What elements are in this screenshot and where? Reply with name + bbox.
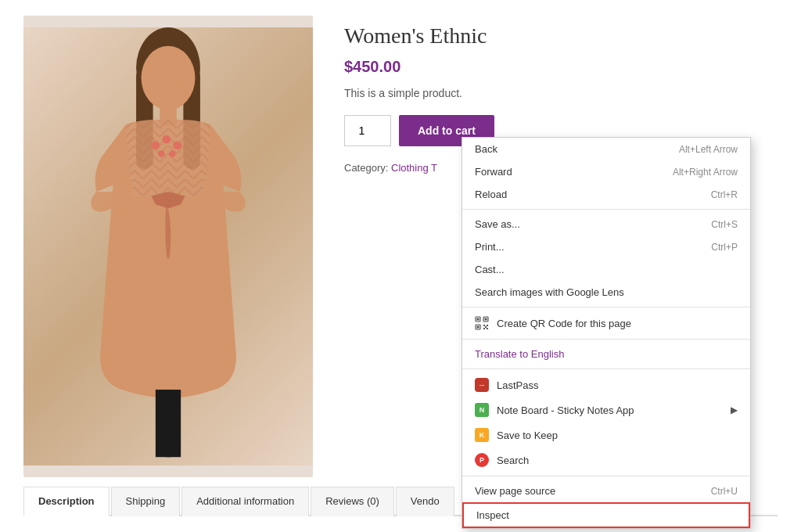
tab-shipping[interactable]: Shipping (111, 487, 181, 516)
ctx-inspect-label: Inspect (476, 509, 509, 521)
keep-icon: K (475, 428, 489, 442)
ctx-lastpass[interactable]: ··· LastPass (462, 372, 750, 397)
ctx-search-images-label: Search images with Google Lens (475, 286, 624, 298)
product-description: This is a simple product. (344, 87, 778, 99)
ctx-print[interactable]: Print... Ctrl+P (462, 235, 750, 258)
quantity-input[interactable] (344, 115, 391, 146)
ctx-divider-4 (462, 368, 750, 369)
ctx-reload-shortcut: Ctrl+R (711, 189, 738, 200)
svg-point-6 (162, 135, 171, 144)
product-title: Women's Ethnic (344, 23, 778, 49)
ctx-forward-label: Forward (475, 166, 512, 178)
svg-point-9 (169, 150, 176, 157)
category-link[interactable]: Clothing T (391, 162, 437, 174)
pinterest-icon: P (475, 453, 489, 467)
tab-vendor[interactable]: Vendo (396, 487, 454, 516)
ctx-save-as[interactable]: Save as... Ctrl+S (462, 213, 750, 235)
ctx-search-label: Search (497, 455, 529, 466)
ctx-divider-3 (462, 339, 750, 340)
svg-rect-18 (483, 325, 485, 326)
tab-description[interactable]: Description (23, 487, 110, 516)
ctx-note-board-label: Note Board - Sticky Notes App (497, 404, 634, 416)
product-image-wrapper (23, 16, 313, 477)
product-image (23, 27, 313, 466)
ctx-back[interactable]: Back Alt+Left Arrow (462, 138, 750, 160)
ctx-save-keep-label: Save to Keep (497, 430, 558, 441)
ctx-view-source[interactable]: View page source Ctrl+U (462, 480, 750, 502)
ctx-save-as-label: Save as... (475, 218, 520, 230)
ctx-save-keep[interactable]: K Save to Keep (462, 422, 750, 448)
svg-rect-15 (485, 318, 487, 321)
svg-rect-11 (166, 390, 181, 457)
ctx-translate-label: Translate to English (475, 348, 564, 360)
ctx-view-source-shortcut: Ctrl+U (711, 486, 738, 497)
context-menu: Back Alt+Left Arrow Forward Alt+Right Ar… (462, 137, 751, 529)
ctx-reload[interactable]: Reload Ctrl+R (462, 183, 750, 206)
ctx-cast-label: Cast... (475, 264, 505, 275)
tab-additional-information[interactable]: Additional information (181, 487, 309, 516)
category-label: Category: (344, 162, 388, 174)
product-price: $450.00 (344, 58, 778, 76)
ctx-save-as-shortcut: Ctrl+S (711, 219, 738, 230)
ctx-print-label: Print... (475, 241, 505, 253)
svg-point-7 (173, 141, 181, 149)
ctx-cast[interactable]: Cast... (462, 258, 750, 281)
ctx-lastpass-label: LastPass (497, 379, 538, 391)
ctx-divider-1 (462, 209, 750, 210)
qr-code-icon (475, 316, 489, 330)
ctx-reload-label: Reload (475, 189, 507, 200)
ctx-forward[interactable]: Forward Alt+Right Arrow (462, 160, 750, 183)
ctx-search[interactable]: P Search (462, 448, 750, 473)
svg-rect-17 (477, 326, 480, 329)
svg-point-3 (142, 46, 196, 110)
ctx-divider-5 (462, 476, 750, 476)
svg-rect-19 (487, 325, 488, 326)
ctx-divider-2 (462, 307, 750, 307)
ctx-create-qr[interactable]: Create QR Code for this page (462, 311, 750, 336)
ctx-view-source-label: View page source (475, 485, 555, 497)
ctx-back-shortcut: Alt+Left Arrow (679, 144, 738, 155)
noteboard-icon: N (475, 403, 489, 417)
svg-rect-21 (487, 328, 488, 329)
ctx-create-qr-label: Create QR Code for this page (497, 318, 631, 329)
dress-illustration (23, 27, 313, 466)
lastpass-icon: ··· (475, 378, 489, 392)
ctx-note-board[interactable]: N Note Board - Sticky Notes App ▶ (462, 397, 750, 422)
ctx-search-images[interactable]: Search images with Google Lens (462, 281, 750, 304)
ctx-back-label: Back (475, 143, 497, 155)
ctx-print-shortcut: Ctrl+P (711, 242, 738, 253)
ctx-translate[interactable]: Translate to English (462, 343, 750, 365)
ctx-note-board-arrow: ▶ (731, 404, 738, 415)
svg-point-5 (151, 141, 160, 149)
svg-rect-22 (485, 326, 487, 328)
svg-point-8 (158, 150, 165, 157)
svg-rect-13 (477, 318, 480, 321)
ctx-forward-shortcut: Alt+Right Arrow (673, 167, 738, 178)
svg-rect-20 (483, 328, 485, 329)
tab-reviews[interactable]: Reviews (0) (311, 487, 394, 516)
ctx-inspect[interactable]: Inspect (462, 502, 750, 528)
